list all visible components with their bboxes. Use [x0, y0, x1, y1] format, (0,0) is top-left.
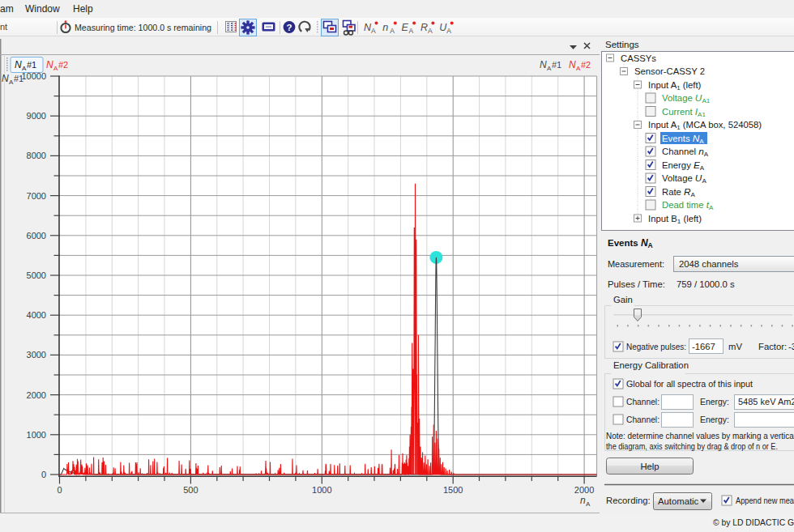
- svg-text:6000: 6000: [27, 231, 46, 240]
- svg-text:Settings: Settings: [605, 40, 639, 49]
- svg-text:Append new mea: Append new mea: [736, 496, 794, 505]
- svg-text:759 / 1000.0 s: 759 / 1000.0 s: [677, 279, 735, 289]
- svg-text:Note: determine channel values: Note: determine channel values by markin…: [606, 431, 794, 440]
- svg-text:Channel:: Channel:: [626, 415, 660, 424]
- svg-text:Energy:: Energy:: [700, 397, 729, 406]
- svg-text:Recording:: Recording:: [606, 496, 651, 505]
- svg-text:Automatic: Automatic: [658, 496, 699, 506]
- svg-text:Factor:: Factor:: [758, 342, 787, 351]
- svg-text:7000: 7000: [27, 191, 46, 201]
- svg-text:Sensor-CASSY 2: Sensor-CASSY 2: [634, 66, 705, 76]
- svg-text:#2: #2: [581, 60, 591, 70]
- svg-text:2000: 2000: [27, 390, 46, 400]
- svg-text:Gain: Gain: [613, 295, 633, 304]
- svg-text:-1667: -1667: [692, 342, 715, 351]
- svg-text:#1: #1: [27, 60, 36, 70]
- svg-text:Events NA: Events NA: [662, 133, 704, 145]
- svg-text:#1: #1: [552, 60, 561, 70]
- svg-text:the diagram, axis switching by: the diagram, axis switching by drag & dr…: [606, 441, 778, 451]
- svg-text:Events NA: Events NA: [608, 237, 653, 249]
- svg-text:#2: #2: [58, 60, 68, 70]
- svg-text:Input A1 (MCA box, 524058): Input A1 (MCA box, 524058): [648, 120, 762, 131]
- svg-text:Energy Calibration: Energy Calibration: [613, 360, 689, 370]
- svg-text:N: N: [15, 59, 22, 70]
- svg-text:N: N: [46, 59, 53, 70]
- svg-text:3000: 3000: [27, 350, 46, 360]
- svg-text:A: A: [586, 500, 591, 508]
- svg-text:9000: 9000: [27, 111, 46, 121]
- svg-text:1500: 1500: [443, 485, 463, 495]
- svg-text:Rate RA: Rate RA: [662, 186, 696, 198]
- svg-text:N: N: [2, 73, 9, 84]
- svg-text:2000: 2000: [574, 485, 594, 495]
- svg-text:1000: 1000: [27, 430, 46, 440]
- svg-text:-3: -3: [788, 342, 794, 351]
- svg-text:#1: #1: [14, 74, 23, 83]
- svg-text:2048 channels: 2048 channels: [679, 259, 739, 269]
- svg-text:5485 keV Am241: 5485 keV Am241: [738, 397, 794, 406]
- svg-text:1000: 1000: [312, 485, 331, 495]
- svg-text:Input A1 (left): Input A1 (left): [648, 80, 702, 92]
- svg-text:mV: mV: [728, 342, 742, 351]
- svg-text:Channel nA: Channel nA: [662, 146, 709, 158]
- svg-text:© by LD DIDACTIC G: © by LD DIDACTIC G: [713, 517, 794, 527]
- svg-text:5000: 5000: [27, 270, 46, 280]
- svg-text:Channel:: Channel:: [626, 397, 660, 406]
- svg-text:8000: 8000: [27, 151, 46, 160]
- svg-text:Help: Help: [640, 462, 659, 471]
- svg-text:0: 0: [57, 485, 62, 495]
- svg-text:Voltage UA: Voltage UA: [662, 172, 706, 185]
- svg-text:Dead time tA: Dead time tA: [662, 199, 714, 211]
- svg-text:10000: 10000: [21, 71, 46, 81]
- svg-text:Energy:: Energy:: [700, 415, 729, 424]
- svg-text:4000: 4000: [27, 310, 46, 320]
- svg-text:CASSYs: CASSYs: [621, 53, 656, 63]
- svg-text:N: N: [569, 59, 576, 70]
- svg-text:N: N: [540, 59, 547, 70]
- svg-text:Input B1 (left): Input B1 (left): [648, 214, 702, 225]
- svg-text:0: 0: [41, 470, 46, 479]
- svg-text:Pulses / Time:: Pulses / Time:: [608, 279, 665, 289]
- svg-text:500: 500: [183, 485, 198, 495]
- svg-text:Global for all spectra of this: Global for all spectra of this input: [626, 379, 753, 389]
- svg-text:Measurement:: Measurement:: [608, 259, 664, 269]
- svg-text:n: n: [580, 495, 586, 506]
- svg-text:Energy EA: Energy EA: [662, 160, 705, 172]
- svg-text:Negative pulses:: Negative pulses:: [626, 342, 686, 351]
